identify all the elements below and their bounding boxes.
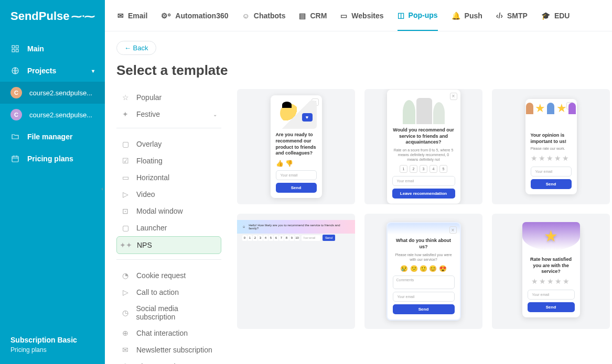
festive-icon: ✦ bbox=[121, 109, 130, 119]
subscription-label: Subscription Basic bbox=[10, 336, 94, 344]
email-field: Your email bbox=[276, 170, 317, 180]
topnav-chatbots[interactable]: ☺Chatbots bbox=[242, 1, 285, 30]
popup-subtext: Please rate how satisfied you were with … bbox=[393, 252, 455, 262]
calendar-icon bbox=[10, 154, 20, 163]
topnav-push[interactable]: 🔔Push bbox=[452, 1, 482, 30]
code-icon: ‹/› bbox=[496, 12, 503, 20]
cat-phone-number-request[interactable]: ✆Phone number request bbox=[116, 358, 221, 364]
cat-launcher[interactable]: ▢Launcher bbox=[116, 219, 221, 236]
logo-pulse-icon: ⁓ᐧ⁓ bbox=[71, 10, 95, 23]
topbar: ✉Email ⚙ᵒAutomation360 ☺Chatbots ▤CRM ▭W… bbox=[105, 0, 612, 31]
social-icon: ◷ bbox=[121, 308, 130, 317]
sidebar-item-project-1[interactable]: C course2.sendpulse... bbox=[0, 82, 105, 104]
chevron-down-icon: ⌄ bbox=[213, 112, 217, 117]
sidebar-item-projects[interactable]: Projects ▾ bbox=[0, 60, 105, 82]
recommend-button: Leave recommendation bbox=[392, 189, 455, 198]
svg-rect-5 bbox=[12, 156, 18, 162]
sidebar-footer: Subscription Basic Pricing plans bbox=[0, 327, 105, 364]
cat-festive[interactable]: ✦Festive⌄ bbox=[116, 106, 221, 123]
template-card[interactable]: × ★★ Your opinion is important to us! Pl… bbox=[492, 89, 610, 204]
template-card[interactable]: × What do you think about us? Please rat… bbox=[364, 214, 482, 329]
nps-icon: ✦✦ bbox=[121, 240, 131, 250]
sidebar-item-main[interactable]: Main bbox=[0, 38, 105, 60]
svg-rect-0 bbox=[12, 46, 15, 48]
category-sidebar: ☆Popular ✦Festive⌄ ▢Overlay ☑Floating ▭H… bbox=[116, 89, 221, 364]
email-field: Your email bbox=[531, 167, 572, 177]
divider bbox=[116, 259, 221, 260]
close-icon: × bbox=[450, 93, 457, 100]
send-button: Send bbox=[528, 302, 575, 312]
send-button: Send bbox=[531, 179, 572, 189]
back-button[interactable]: ← Back bbox=[116, 41, 156, 55]
phone-icon: ✆ bbox=[121, 362, 130, 364]
sidebar-collapse-button[interactable]: ‹ bbox=[99, 182, 106, 195]
rating-stars: ★★★★★ bbox=[528, 277, 575, 285]
cat-nps[interactable]: ✦✦NPS bbox=[116, 236, 221, 254]
svg-rect-3 bbox=[16, 49, 18, 52]
topnav-automation360[interactable]: ⚙ᵒAutomation360 bbox=[161, 1, 228, 30]
popup-heading: Would you recommend our service to frien… bbox=[392, 127, 455, 146]
thumbs-buttons: 👍 👎 bbox=[276, 160, 317, 167]
topnav-email[interactable]: ✉Email bbox=[117, 1, 147, 30]
cat-social-media-subscription[interactable]: ◷Social media subscription bbox=[116, 301, 221, 325]
cat-video[interactable]: ▷Video bbox=[116, 186, 221, 203]
edu-icon: 🎓 bbox=[541, 12, 550, 20]
svg-rect-2 bbox=[12, 49, 15, 52]
email-field: Your email bbox=[528, 290, 575, 300]
send-button: Send bbox=[393, 304, 455, 314]
star-icon: ★ bbox=[556, 102, 567, 115]
cat-call-to-action[interactable]: ▷Call to action bbox=[116, 284, 221, 301]
template-card[interactable]: ☺ Hello! How likely are you to recommend… bbox=[237, 214, 355, 329]
email-field: Your email bbox=[393, 292, 455, 302]
avatar: C bbox=[10, 87, 22, 98]
send-button: Send bbox=[276, 183, 317, 193]
topnav-crm[interactable]: ▤CRM bbox=[299, 1, 327, 30]
template-card[interactable]: × ★ Rate how satisfied you are with the … bbox=[492, 214, 610, 329]
sidebar-item-pricing-plans[interactable]: Pricing plans bbox=[0, 148, 105, 170]
cat-overlay[interactable]: ▢Overlay bbox=[116, 136, 221, 152]
topnav-popups[interactable]: ◫Pop-ups bbox=[398, 1, 438, 31]
topnav-smtp[interactable]: ‹/›SMTP bbox=[496, 1, 528, 30]
side-nav: Main Projects ▾ C course2.sendpulse... C… bbox=[0, 32, 105, 327]
topnav-websites[interactable]: ▭Websites bbox=[340, 1, 383, 30]
sidebar: SendPulse⁓ᐧ⁓ Main Projects ▾ C course2.s… bbox=[0, 0, 105, 364]
horizontal-icon: ▭ bbox=[121, 173, 130, 182]
modal-icon: ⊡ bbox=[121, 206, 130, 216]
email-field: Your email bbox=[392, 176, 455, 186]
cta-icon: ▷ bbox=[121, 288, 130, 297]
page-title: Select a template bbox=[116, 62, 610, 79]
email-field: Your email bbox=[302, 235, 320, 241]
cat-modal-window[interactable]: ⊡Modal window bbox=[116, 203, 221, 219]
globe-icon bbox=[10, 66, 20, 75]
sidebar-item-project-2[interactable]: C course2.sendpulse... bbox=[0, 104, 105, 126]
cat-chat-interaction[interactable]: ⊕Chat interaction bbox=[116, 325, 221, 341]
browser-icon: ▭ bbox=[340, 12, 347, 20]
folder-icon bbox=[10, 132, 20, 141]
topnav-edu[interactable]: 🎓EDU bbox=[541, 1, 570, 30]
cat-floating[interactable]: ☑Floating bbox=[116, 152, 221, 169]
pricing-plans-link[interactable]: Pricing plans bbox=[10, 346, 94, 354]
cat-cookie-request[interactable]: ◔Cookie request bbox=[116, 267, 221, 284]
send-button: Send bbox=[323, 235, 335, 241]
template-grid: × ♥ Are you ready to recommend our produ… bbox=[237, 89, 610, 364]
popup-subtext: Rate on a score from 0 to 5, where 5 mea… bbox=[392, 148, 455, 162]
newsletter-icon: ✉ bbox=[121, 345, 130, 355]
svg-rect-1 bbox=[16, 46, 18, 48]
comments-field: Comments bbox=[393, 275, 455, 289]
sidebar-item-file-manager[interactable]: File manager bbox=[0, 126, 105, 148]
cat-horizontal[interactable]: ▭Horizontal bbox=[116, 169, 221, 186]
chat-icon: ☺ bbox=[242, 12, 249, 20]
template-card[interactable]: × Would you recommend our service to fri… bbox=[364, 89, 482, 204]
popup-icon: ◫ bbox=[398, 11, 404, 19]
template-card[interactable]: × ♥ Are you ready to recommend our produ… bbox=[237, 89, 355, 204]
close-icon: × bbox=[449, 226, 457, 234]
emoji-rating: 😢 😕 🙂 😊 😍 bbox=[393, 265, 455, 272]
cat-newsletter-subscription[interactable]: ✉Newsletter subscription bbox=[116, 341, 221, 358]
bell-icon: 🔔 bbox=[452, 12, 460, 20]
popup-heading: Rate how satisfied you are with the serv… bbox=[528, 257, 575, 275]
heart-icon: ♥ bbox=[302, 113, 313, 122]
star-icon: ☆ bbox=[121, 93, 130, 102]
chevron-down-icon: ▾ bbox=[92, 68, 94, 74]
cat-popular[interactable]: ☆Popular bbox=[116, 89, 221, 106]
logo[interactable]: SendPulse⁓ᐧ⁓ bbox=[0, 0, 105, 32]
